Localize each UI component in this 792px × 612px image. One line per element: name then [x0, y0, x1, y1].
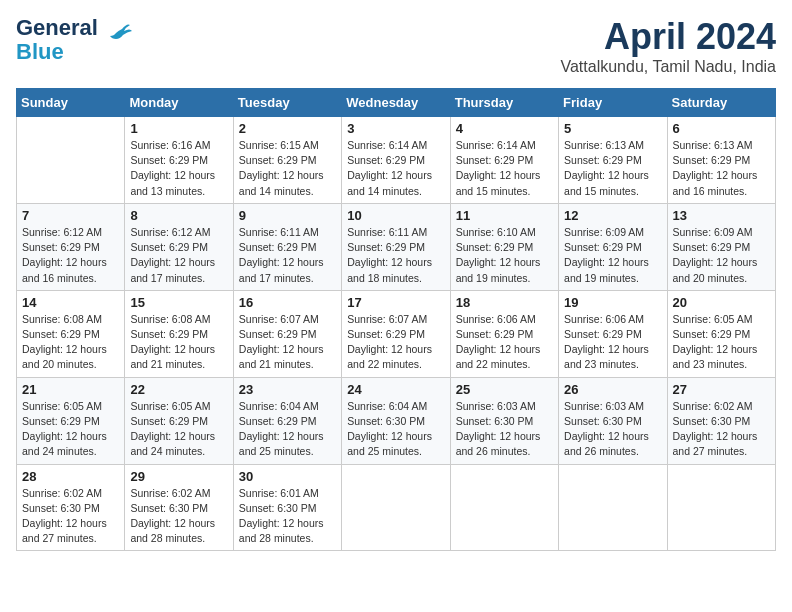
day-number: 26: [564, 382, 661, 397]
logo: GeneralBlue: [16, 16, 132, 64]
day-info: Sunrise: 6:09 AM Sunset: 6:29 PM Dayligh…: [564, 225, 661, 286]
day-info: Sunrise: 6:12 AM Sunset: 6:29 PM Dayligh…: [22, 225, 119, 286]
day-cell: 17Sunrise: 6:07 AM Sunset: 6:29 PM Dayli…: [342, 290, 450, 377]
day-number: 16: [239, 295, 336, 310]
day-info: Sunrise: 6:09 AM Sunset: 6:29 PM Dayligh…: [673, 225, 770, 286]
day-info: Sunrise: 6:11 AM Sunset: 6:29 PM Dayligh…: [347, 225, 444, 286]
day-number: 15: [130, 295, 227, 310]
day-number: 8: [130, 208, 227, 223]
week-row-5: 28Sunrise: 6:02 AM Sunset: 6:30 PM Dayli…: [17, 464, 776, 551]
day-number: 6: [673, 121, 770, 136]
header-wednesday: Wednesday: [342, 89, 450, 117]
day-number: 13: [673, 208, 770, 223]
day-number: 17: [347, 295, 444, 310]
day-cell: [17, 117, 125, 204]
week-row-3: 14Sunrise: 6:08 AM Sunset: 6:29 PM Dayli…: [17, 290, 776, 377]
day-info: Sunrise: 6:11 AM Sunset: 6:29 PM Dayligh…: [239, 225, 336, 286]
day-info: Sunrise: 6:13 AM Sunset: 6:29 PM Dayligh…: [673, 138, 770, 199]
day-info: Sunrise: 6:15 AM Sunset: 6:29 PM Dayligh…: [239, 138, 336, 199]
subtitle: Vattalkundu, Tamil Nadu, India: [560, 58, 776, 76]
day-number: 18: [456, 295, 553, 310]
day-cell: 30Sunrise: 6:01 AM Sunset: 6:30 PM Dayli…: [233, 464, 341, 551]
header-friday: Friday: [559, 89, 667, 117]
logo-text: GeneralBlue: [16, 16, 98, 64]
day-cell: [450, 464, 558, 551]
day-cell: 12Sunrise: 6:09 AM Sunset: 6:29 PM Dayli…: [559, 203, 667, 290]
day-number: 20: [673, 295, 770, 310]
day-number: 5: [564, 121, 661, 136]
day-cell: 10Sunrise: 6:11 AM Sunset: 6:29 PM Dayli…: [342, 203, 450, 290]
day-cell: 19Sunrise: 6:06 AM Sunset: 6:29 PM Dayli…: [559, 290, 667, 377]
day-number: 9: [239, 208, 336, 223]
header-monday: Monday: [125, 89, 233, 117]
day-cell: 15Sunrise: 6:08 AM Sunset: 6:29 PM Dayli…: [125, 290, 233, 377]
day-number: 14: [22, 295, 119, 310]
day-cell: 6Sunrise: 6:13 AM Sunset: 6:29 PM Daylig…: [667, 117, 775, 204]
day-info: Sunrise: 6:01 AM Sunset: 6:30 PM Dayligh…: [239, 486, 336, 547]
day-info: Sunrise: 6:14 AM Sunset: 6:29 PM Dayligh…: [456, 138, 553, 199]
day-info: Sunrise: 6:07 AM Sunset: 6:29 PM Dayligh…: [239, 312, 336, 373]
day-info: Sunrise: 6:02 AM Sunset: 6:30 PM Dayligh…: [673, 399, 770, 460]
header-tuesday: Tuesday: [233, 89, 341, 117]
week-row-1: 1Sunrise: 6:16 AM Sunset: 6:29 PM Daylig…: [17, 117, 776, 204]
day-info: Sunrise: 6:03 AM Sunset: 6:30 PM Dayligh…: [564, 399, 661, 460]
day-number: 27: [673, 382, 770, 397]
day-number: 3: [347, 121, 444, 136]
header-row: SundayMondayTuesdayWednesdayThursdayFrid…: [17, 89, 776, 117]
day-info: Sunrise: 6:06 AM Sunset: 6:29 PM Dayligh…: [564, 312, 661, 373]
day-info: Sunrise: 6:08 AM Sunset: 6:29 PM Dayligh…: [130, 312, 227, 373]
day-cell: 28Sunrise: 6:02 AM Sunset: 6:30 PM Dayli…: [17, 464, 125, 551]
day-cell: 4Sunrise: 6:14 AM Sunset: 6:29 PM Daylig…: [450, 117, 558, 204]
day-info: Sunrise: 6:07 AM Sunset: 6:29 PM Dayligh…: [347, 312, 444, 373]
day-cell: [559, 464, 667, 551]
day-number: 23: [239, 382, 336, 397]
logo-bird-icon: [102, 21, 132, 51]
day-number: 2: [239, 121, 336, 136]
day-number: 7: [22, 208, 119, 223]
day-info: Sunrise: 6:14 AM Sunset: 6:29 PM Dayligh…: [347, 138, 444, 199]
day-cell: 5Sunrise: 6:13 AM Sunset: 6:29 PM Daylig…: [559, 117, 667, 204]
day-cell: 16Sunrise: 6:07 AM Sunset: 6:29 PM Dayli…: [233, 290, 341, 377]
day-cell: 14Sunrise: 6:08 AM Sunset: 6:29 PM Dayli…: [17, 290, 125, 377]
day-info: Sunrise: 6:02 AM Sunset: 6:30 PM Dayligh…: [130, 486, 227, 547]
day-cell: 24Sunrise: 6:04 AM Sunset: 6:30 PM Dayli…: [342, 377, 450, 464]
day-info: Sunrise: 6:05 AM Sunset: 6:29 PM Dayligh…: [22, 399, 119, 460]
day-cell: 29Sunrise: 6:02 AM Sunset: 6:30 PM Dayli…: [125, 464, 233, 551]
day-info: Sunrise: 6:06 AM Sunset: 6:29 PM Dayligh…: [456, 312, 553, 373]
title-area: April 2024 Vattalkundu, Tamil Nadu, Indi…: [560, 16, 776, 76]
logo-line2: Blue: [16, 39, 64, 64]
day-info: Sunrise: 6:13 AM Sunset: 6:29 PM Dayligh…: [564, 138, 661, 199]
day-cell: 23Sunrise: 6:04 AM Sunset: 6:29 PM Dayli…: [233, 377, 341, 464]
day-info: Sunrise: 6:04 AM Sunset: 6:30 PM Dayligh…: [347, 399, 444, 460]
day-info: Sunrise: 6:03 AM Sunset: 6:30 PM Dayligh…: [456, 399, 553, 460]
week-row-2: 7Sunrise: 6:12 AM Sunset: 6:29 PM Daylig…: [17, 203, 776, 290]
day-number: 30: [239, 469, 336, 484]
page-header: GeneralBlue April 2024 Vattalkundu, Tami…: [16, 16, 776, 76]
day-cell: 8Sunrise: 6:12 AM Sunset: 6:29 PM Daylig…: [125, 203, 233, 290]
day-number: 12: [564, 208, 661, 223]
day-number: 28: [22, 469, 119, 484]
week-row-4: 21Sunrise: 6:05 AM Sunset: 6:29 PM Dayli…: [17, 377, 776, 464]
day-info: Sunrise: 6:05 AM Sunset: 6:29 PM Dayligh…: [673, 312, 770, 373]
calendar-table: SundayMondayTuesdayWednesdayThursdayFrid…: [16, 88, 776, 551]
day-cell: 2Sunrise: 6:15 AM Sunset: 6:29 PM Daylig…: [233, 117, 341, 204]
day-cell: [667, 464, 775, 551]
day-number: 11: [456, 208, 553, 223]
day-cell: 13Sunrise: 6:09 AM Sunset: 6:29 PM Dayli…: [667, 203, 775, 290]
day-info: Sunrise: 6:02 AM Sunset: 6:30 PM Dayligh…: [22, 486, 119, 547]
day-number: 19: [564, 295, 661, 310]
day-cell: 22Sunrise: 6:05 AM Sunset: 6:29 PM Dayli…: [125, 377, 233, 464]
day-cell: 1Sunrise: 6:16 AM Sunset: 6:29 PM Daylig…: [125, 117, 233, 204]
day-number: 21: [22, 382, 119, 397]
day-cell: 11Sunrise: 6:10 AM Sunset: 6:29 PM Dayli…: [450, 203, 558, 290]
header-sunday: Sunday: [17, 89, 125, 117]
day-number: 22: [130, 382, 227, 397]
day-number: 24: [347, 382, 444, 397]
day-cell: 25Sunrise: 6:03 AM Sunset: 6:30 PM Dayli…: [450, 377, 558, 464]
day-info: Sunrise: 6:04 AM Sunset: 6:29 PM Dayligh…: [239, 399, 336, 460]
day-info: Sunrise: 6:10 AM Sunset: 6:29 PM Dayligh…: [456, 225, 553, 286]
day-number: 25: [456, 382, 553, 397]
day-info: Sunrise: 6:16 AM Sunset: 6:29 PM Dayligh…: [130, 138, 227, 199]
day-number: 4: [456, 121, 553, 136]
day-info: Sunrise: 6:05 AM Sunset: 6:29 PM Dayligh…: [130, 399, 227, 460]
